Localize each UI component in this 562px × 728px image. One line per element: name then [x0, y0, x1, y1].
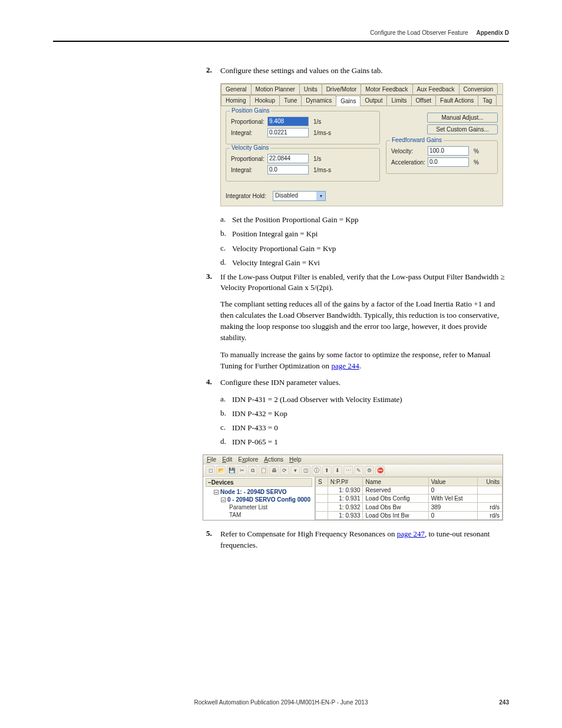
tabs-row-1: General Motion Planner Units Drive/Motor…	[221, 84, 503, 95]
page-244-link[interactable]: page 244	[331, 361, 359, 370]
substep-text: IDN P-433 = 0	[232, 423, 509, 433]
tree-label: Node 1: - 2094D SERVO	[220, 489, 287, 495]
tree-node[interactable]: Parameter List	[206, 503, 312, 511]
tab-conversion[interactable]: Conversion	[459, 84, 498, 94]
col-np[interactable]: N:P.P#	[328, 477, 363, 486]
tabs-row-2: Homing Hookup Tune Dynamics Gains Output…	[221, 95, 503, 106]
tab-motor-feedback[interactable]: Motor Feedback	[361, 84, 412, 94]
tab-hookup[interactable]: Hookup	[250, 95, 279, 106]
col-units[interactable]: Units	[477, 477, 502, 486]
col-name[interactable]: Name	[363, 477, 428, 486]
refresh-icon[interactable]: ⟳	[280, 466, 289, 475]
page-footer: Rockwell Automation Publication 2094-UM0…	[0, 699, 562, 706]
step-3-para-2: The compliant setting reduces all of the…	[220, 299, 509, 343]
ff-vel-label: Velocity:	[391, 148, 428, 154]
menubar: File Edit Explore Actions Help	[203, 455, 503, 464]
tab-general[interactable]: General	[221, 84, 252, 94]
properties-icon[interactable]: ⚙	[365, 466, 374, 475]
ff-vel-input[interactable]: 100.0	[428, 146, 469, 156]
cell: Load Obs Bw	[363, 503, 428, 511]
vel-prop-input[interactable]: 22.0844	[267, 154, 309, 163]
set-custom-gains-button[interactable]: Set Custom Gains...	[427, 124, 498, 134]
manual-adjust-button[interactable]: Manual Adjust...	[427, 113, 498, 123]
save-icon[interactable]: 💾	[227, 466, 236, 475]
wand-icon[interactable]: ✎	[354, 466, 363, 475]
tab-offset[interactable]: Offset	[411, 95, 437, 106]
info-icon[interactable]: ⓘ	[312, 466, 321, 475]
table-row[interactable]: 1: 0.932Load Obs Bw389rd/s	[316, 503, 503, 511]
header-title: Configure the Load Observer Feature	[370, 29, 468, 36]
col-value[interactable]: Value	[428, 477, 477, 486]
menu-edit[interactable]: Edit	[222, 456, 232, 463]
tab-output[interactable]: Output	[360, 95, 387, 106]
tree-label: TAM	[229, 512, 241, 518]
menu-help[interactable]: Help	[289, 456, 302, 463]
tab-tune[interactable]: Tune	[279, 95, 302, 106]
vel-int-unit: 1/ms-s	[313, 167, 331, 173]
position-gains-group: Position Gains Proportional: 9.408 1/s I…	[226, 111, 380, 144]
tab-fault-actions[interactable]: Fault Actions	[435, 95, 478, 106]
chevron-down-icon: ▾	[316, 192, 325, 200]
table-row[interactable]: 1: 0.930Reserved0	[316, 486, 503, 494]
cut-icon[interactable]: ✂	[237, 466, 247, 475]
feedforward-gains-legend: Feedforward Gains	[390, 137, 444, 143]
print-icon[interactable]: 🖶	[269, 466, 279, 475]
menu-explore[interactable]: Explore	[238, 456, 258, 463]
substep-text: IDN P-431 = 2 (Load Observer with Veloci…	[232, 394, 509, 405]
more-icon[interactable]: ⋯	[343, 466, 353, 475]
position-gains-legend: Position Gains	[230, 107, 271, 114]
integrator-hold-label: Integrator Hold:	[226, 193, 273, 199]
tab-gains[interactable]: Gains	[336, 95, 361, 106]
paste-icon[interactable]: 📋	[259, 466, 268, 475]
toolbar: ◻ 📂 💾 ✂ ⧉ 📋 🖶 ⟳ ▾ ◫ ⓘ ⬆ ⬇ ⋯ ✎ ⚙ ⛔	[203, 464, 503, 477]
menu-file[interactable]: File	[207, 456, 216, 463]
pos-prop-unit: 1/s	[313, 118, 321, 125]
table-row[interactable]: 1: 0.931Load Obs ConfigWith Vel Est	[316, 495, 503, 503]
tab-homing[interactable]: Homing	[221, 95, 250, 106]
tab-aux-feedback[interactable]: Aux Feedback	[412, 84, 459, 94]
tab-motion-planner[interactable]: Motion Planner	[251, 84, 300, 94]
tree-label: Parameter List	[229, 504, 267, 510]
tab-tag[interactable]: Tag	[478, 95, 497, 106]
step-number: 2.	[206, 65, 220, 76]
substep-text: Position Integral gain = Kpi	[232, 229, 509, 239]
open-icon[interactable]: 📂	[216, 466, 226, 475]
page-header: Configure the Load Observer Feature Appe…	[53, 29, 509, 42]
tree-node[interactable]: −0 - 2094D SERVO Config 0000	[206, 496, 312, 503]
pos-prop-label: Proportional:	[231, 118, 267, 125]
pos-int-input[interactable]: 0.0221	[267, 128, 309, 137]
sort-asc-icon[interactable]: ⬆	[322, 466, 332, 475]
vel-int-input[interactable]: 0.0	[267, 165, 309, 174]
cell: 0	[428, 486, 477, 494]
ff-acc-unit: %	[474, 159, 479, 166]
ff-acc-label: Acceleration:	[391, 159, 428, 166]
stop-icon[interactable]: ⛔	[375, 466, 385, 475]
new-icon[interactable]: ◻	[206, 466, 215, 475]
table-row[interactable]: 1: 0.933Load Obs Int Bw0rd/s	[316, 511, 503, 519]
copy-icon[interactable]: ⧉	[248, 466, 257, 475]
tab-dynamics[interactable]: Dynamics	[301, 95, 336, 106]
collapse-icon: −	[221, 498, 226, 502]
tab-limits[interactable]: Limits	[386, 95, 411, 106]
col-s[interactable]: S	[316, 477, 328, 486]
feedforward-gains-group: Feedforward Gains Velocity: 100.0 % Acce…	[386, 140, 498, 174]
step-text: Configure these settings and values on t…	[220, 65, 509, 76]
pos-prop-input[interactable]: 9.408	[267, 117, 309, 126]
substep-text: Velocity Proportional Gain = Kvp	[232, 243, 509, 254]
cell: With Vel Est	[428, 495, 477, 503]
tab-units[interactable]: Units	[299, 84, 322, 94]
page-247-link[interactable]: page 247	[397, 529, 425, 538]
dropdown-icon[interactable]: ▾	[290, 466, 300, 475]
cell	[477, 495, 502, 503]
gains-dialog: General Motion Planner Units Drive/Motor…	[220, 83, 503, 206]
menu-actions[interactable]: Actions	[264, 456, 283, 463]
integrator-hold-combo[interactable]: Disabled ▾	[273, 191, 326, 201]
sort-desc-icon[interactable]: ⬇	[333, 466, 342, 475]
ff-acc-input[interactable]: 0.0	[428, 157, 469, 167]
tab-drive-motor[interactable]: Drive/Motor	[322, 84, 362, 94]
device-tree: −Devices −Node 1: - 2094D SERVO −0 - 209…	[203, 477, 315, 520]
footer-pub: Rockwell Automation Publication 2094-UM0…	[194, 699, 368, 706]
pane-icon[interactable]: ◫	[301, 466, 310, 475]
tree-node[interactable]: −Node 1: - 2094D SERVO	[206, 488, 312, 496]
tree-node[interactable]: TAM	[206, 511, 312, 519]
